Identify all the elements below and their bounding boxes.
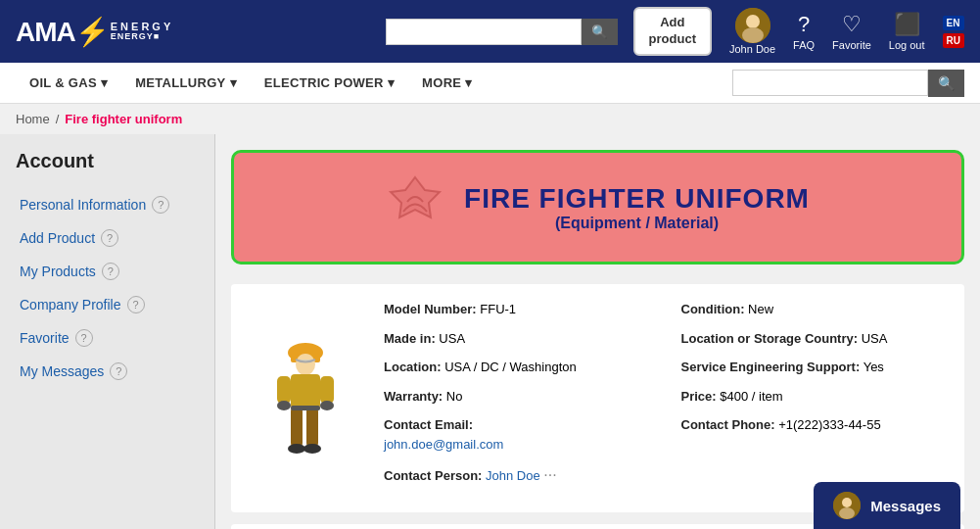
help-icon-favorite[interactable]: ? bbox=[75, 329, 93, 347]
model-number: FFU-1 bbox=[480, 302, 516, 316]
sidebar: Account Personal Information ? Add Produ… bbox=[0, 134, 215, 529]
faq-item[interactable]: ? FAQ bbox=[793, 12, 815, 51]
help-icon-my-products[interactable]: ? bbox=[102, 263, 119, 280]
user-menu[interactable]: John Doe bbox=[729, 8, 775, 55]
messages-popup-avatar bbox=[833, 492, 861, 519]
nav-more[interactable]: MORE ▾ bbox=[408, 66, 487, 100]
svg-point-14 bbox=[303, 444, 321, 454]
nav-metallurgy[interactable]: METALLURGY ▾ bbox=[121, 66, 251, 100]
language-switcher[interactable]: EN RU bbox=[943, 16, 964, 48]
search-input[interactable] bbox=[386, 19, 582, 45]
location-storage-label: Location or Storage Country: bbox=[681, 331, 859, 346]
favorite-item[interactable]: ♡ Favorite bbox=[832, 12, 871, 51]
nav-search-button[interactable]: 🔍 bbox=[928, 70, 964, 97]
location: USA / DC / Washington bbox=[444, 360, 577, 374]
header-search: 🔍 bbox=[386, 19, 618, 45]
lang-en[interactable]: EN bbox=[943, 16, 964, 30]
condition: New bbox=[748, 302, 773, 316]
nav-search: 🔍 bbox=[732, 70, 964, 97]
sidebar-item-company-profile[interactable]: Company Profile ? bbox=[16, 288, 199, 321]
nav-oil-gas-chevron: ▾ bbox=[101, 75, 108, 90]
warranty-label: Warranty: bbox=[384, 389, 443, 404]
svg-point-5 bbox=[296, 354, 315, 375]
service-engineering-row: Service Engineering Support: Yes bbox=[681, 358, 950, 377]
contact-person-value[interactable]: John Doe bbox=[486, 468, 540, 483]
contact-email-row: Contact Email: john.doe@gmail.com bbox=[384, 415, 652, 454]
search-button[interactable]: 🔍 bbox=[582, 19, 618, 45]
product-info-cols: Model Number: FFU-1 Made in: USA Locatio… bbox=[384, 300, 949, 497]
location-label: Location: bbox=[384, 360, 442, 374]
condition-label: Condition: bbox=[681, 302, 745, 316]
logout-label: Log out bbox=[889, 39, 925, 51]
nav-bar: OIL & GAS ▾ METALLURGY ▾ ELECTRIC POWER … bbox=[0, 63, 980, 104]
breadcrumb-separator: / bbox=[56, 112, 60, 126]
banner-title: FIRE FIGHTER UNIFORM bbox=[464, 183, 810, 215]
product-detail: Model Number: FFU-1 Made in: USA Locatio… bbox=[231, 284, 964, 512]
sidebar-item-add-product[interactable]: Add Product ? bbox=[16, 221, 199, 255]
sidebar-favorite-label: Favorite bbox=[20, 330, 70, 346]
lang-ru[interactable]: RU bbox=[943, 33, 964, 48]
condition-row: Condition: New bbox=[681, 300, 950, 319]
location-storage: USA bbox=[862, 331, 888, 346]
made-in: USA bbox=[439, 331, 465, 346]
sidebar-item-personal-info[interactable]: Personal Information ? bbox=[16, 188, 199, 221]
price-row: Price: $400 / item bbox=[681, 387, 950, 407]
sidebar-personal-info-label: Personal Information bbox=[20, 197, 146, 213]
banner-subtitle: (Equipment / Material) bbox=[464, 215, 810, 232]
contact-phone: +1(222)333-44-55 bbox=[778, 417, 880, 432]
logo: AMA⚡ ENERGY ENERGY■ bbox=[16, 16, 173, 48]
header: AMA⚡ ENERGY ENERGY■ 🔍 Addproduct John Do… bbox=[0, 0, 980, 63]
nav-oil-gas[interactable]: OIL & GAS ▾ bbox=[16, 66, 121, 100]
model-number-row: Model Number: FFU-1 bbox=[384, 300, 652, 319]
svg-rect-7 bbox=[277, 376, 291, 404]
favorite-icon: ♡ bbox=[842, 12, 862, 37]
made-in-row: Made in: USA bbox=[384, 329, 652, 349]
help-icon-personal-info[interactable]: ? bbox=[152, 196, 169, 214]
firefighter-svg bbox=[261, 335, 350, 462]
svg-rect-11 bbox=[291, 408, 303, 447]
breadcrumb-home[interactable]: Home bbox=[16, 112, 50, 126]
logout-item[interactable]: ⬛ Log out bbox=[889, 12, 925, 51]
warranty: No bbox=[446, 389, 463, 404]
sidebar-item-favorite[interactable]: Favorite ? bbox=[16, 321, 199, 355]
svg-rect-15 bbox=[291, 406, 320, 410]
sidebar-my-products-label: My Products bbox=[20, 264, 96, 279]
svg-rect-6 bbox=[291, 374, 320, 409]
nav-items: OIL & GAS ▾ METALLURGY ▾ ELECTRIC POWER … bbox=[16, 66, 487, 100]
contact-person-label: Contact Person: bbox=[384, 468, 482, 483]
help-icon-company-profile[interactable]: ? bbox=[127, 296, 145, 313]
header-right: 🔍 bbox=[386, 19, 618, 45]
svg-point-1 bbox=[746, 15, 760, 28]
sidebar-item-my-messages[interactable]: My Messages ? bbox=[16, 355, 199, 388]
nav-electric-power[interactable]: ELECTRIC POWER ▾ bbox=[251, 66, 408, 100]
more-options-icon[interactable]: ··· bbox=[543, 466, 556, 483]
logout-icon: ⬛ bbox=[894, 12, 920, 37]
nav-search-input[interactable] bbox=[732, 70, 928, 96]
sidebar-title: Account bbox=[16, 150, 199, 172]
product-image bbox=[247, 300, 364, 497]
svg-point-9 bbox=[277, 401, 291, 410]
sidebar-company-profile-label: Company Profile bbox=[20, 297, 121, 313]
contact-phone-row: Contact Phone: +1(222)333-44-55 bbox=[681, 415, 950, 435]
svg-point-2 bbox=[742, 27, 764, 43]
product-info-col-left: Model Number: FFU-1 Made in: USA Locatio… bbox=[384, 300, 652, 497]
faq-icon: ? bbox=[798, 12, 810, 37]
price-label: Price: bbox=[681, 389, 717, 404]
breadcrumb: Home / Fire fighter uniform bbox=[0, 104, 980, 134]
nav-metallurgy-label: METALLURGY bbox=[135, 75, 225, 90]
messages-popup[interactable]: Messages bbox=[814, 482, 960, 529]
service-engineering: Yes bbox=[863, 360, 884, 374]
svg-point-10 bbox=[320, 401, 334, 410]
contact-email-value[interactable]: john.doe@gmail.com bbox=[384, 437, 503, 452]
help-icon-add-product[interactable]: ? bbox=[101, 229, 118, 247]
product-info-col-right: Condition: New Location or Storage Count… bbox=[681, 300, 950, 497]
user-name: John Doe bbox=[729, 43, 775, 55]
nav-oil-gas-label: OIL & GAS bbox=[29, 75, 97, 90]
help-icon-my-messages[interactable]: ? bbox=[110, 362, 127, 380]
product-banner: FIRE FIGHTER UNIFORM (Equipment / Materi… bbox=[231, 150, 964, 264]
add-product-button[interactable]: Addproduct bbox=[633, 7, 712, 56]
logo-ama: AMA⚡ bbox=[16, 16, 109, 48]
sidebar-item-my-products[interactable]: My Products ? bbox=[16, 255, 199, 288]
sidebar-add-product-label: Add Product bbox=[20, 230, 95, 246]
svg-point-13 bbox=[288, 444, 305, 454]
